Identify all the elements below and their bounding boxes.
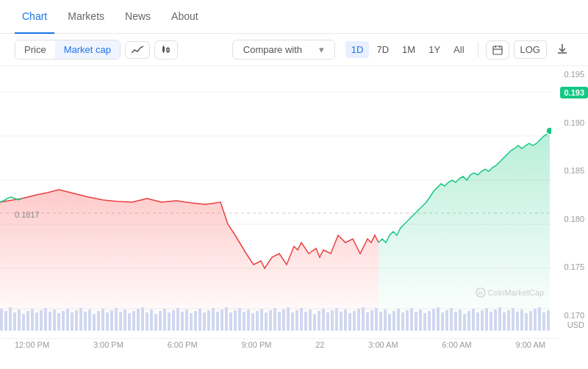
download-button[interactable] — [551, 40, 573, 59]
line-chart-icon-button[interactable] — [125, 41, 150, 59]
compare-with-dropdown[interactable]: Compare with ▾ — [232, 40, 335, 60]
y-label-195: 0.195 — [553, 70, 588, 79]
svg-rect-117 — [419, 309, 422, 331]
time-1m-button[interactable]: 1M — [396, 41, 421, 58]
svg-rect-80 — [256, 311, 259, 331]
candle-chart-icon-button[interactable] — [154, 40, 178, 60]
log-button[interactable]: LOG — [514, 40, 547, 59]
svg-rect-124 — [450, 308, 453, 331]
watermark: M CoinMarketCap — [476, 287, 544, 298]
x-label-9pm: 9:00 PM — [241, 340, 271, 349]
svg-rect-123 — [445, 310, 448, 331]
svg-rect-59 — [163, 309, 166, 331]
svg-rect-135 — [498, 307, 501, 331]
svg-rect-99 — [340, 312, 343, 331]
svg-rect-78 — [247, 309, 250, 331]
svg-rect-109 — [384, 309, 387, 331]
svg-rect-46 — [106, 312, 109, 331]
svg-rect-71 — [216, 312, 219, 331]
svg-rect-67 — [198, 309, 201, 331]
svg-rect-35 — [57, 313, 60, 331]
svg-rect-6 — [493, 46, 502, 54]
currency-label: USD — [567, 320, 584, 329]
svg-rect-31 — [40, 310, 43, 331]
svg-rect-96 — [326, 312, 329, 331]
compare-label: Compare with — [243, 44, 302, 55]
svg-rect-111 — [392, 311, 395, 331]
svg-rect-146 — [547, 310, 550, 331]
svg-rect-113 — [401, 312, 404, 331]
time-all-button[interactable]: All — [448, 41, 470, 58]
svg-rect-138 — [512, 308, 514, 331]
svg-rect-102 — [353, 311, 356, 331]
svg-rect-112 — [397, 309, 400, 331]
svg-rect-70 — [212, 308, 215, 331]
svg-rect-75 — [234, 310, 237, 331]
svg-rect-0 — [162, 47, 165, 51]
svg-rect-38 — [71, 312, 74, 331]
svg-rect-64 — [185, 309, 188, 331]
tab-chart[interactable]: Chart — [15, 0, 54, 34]
calendar-icon-button[interactable] — [486, 40, 509, 60]
svg-rect-145 — [542, 312, 545, 331]
svg-rect-91 — [304, 312, 307, 331]
svg-rect-37 — [66, 309, 69, 331]
svg-rect-52 — [132, 311, 135, 331]
svg-text:M: M — [478, 290, 482, 295]
svg-rect-27 — [22, 314, 25, 331]
price-chart-svg — [0, 66, 551, 323]
time-range-group: 1D 7D 1M 1Y All — [345, 41, 470, 58]
svg-rect-57 — [154, 314, 157, 331]
svg-rect-133 — [490, 312, 492, 331]
svg-rect-95 — [322, 309, 325, 331]
svg-rect-114 — [406, 310, 409, 331]
x-label-6am: 6:00 AM — [442, 340, 471, 349]
tab-about[interactable]: About — [164, 0, 206, 34]
svg-rect-54 — [141, 307, 144, 331]
svg-rect-136 — [503, 312, 506, 331]
volume-chart — [0, 305, 551, 334]
svg-rect-36 — [62, 311, 65, 331]
svg-rect-97 — [331, 310, 334, 331]
svg-rect-125 — [454, 312, 457, 331]
svg-rect-73 — [225, 307, 228, 331]
tab-markets[interactable]: Markets — [60, 0, 112, 34]
svg-rect-89 — [295, 310, 298, 331]
svg-rect-100 — [344, 309, 347, 331]
svg-rect-108 — [379, 312, 382, 331]
svg-rect-131 — [481, 310, 484, 331]
svg-rect-44 — [97, 311, 100, 331]
svg-rect-24 — [9, 307, 12, 331]
time-7d-button[interactable]: 7D — [370, 41, 395, 58]
toolbar-divider — [478, 43, 478, 57]
y-label-175: 0.175 — [553, 262, 588, 271]
x-label-3am: 3:00 AM — [368, 340, 398, 349]
svg-rect-60 — [168, 312, 171, 331]
svg-rect-65 — [190, 313, 193, 331]
svg-rect-142 — [529, 311, 532, 331]
svg-rect-139 — [516, 312, 519, 331]
market-cap-button[interactable]: Market cap — [55, 40, 120, 59]
svg-point-19 — [546, 127, 551, 135]
dropdown-arrow-icon: ▾ — [319, 44, 324, 55]
svg-rect-30 — [35, 312, 38, 331]
svg-rect-104 — [362, 307, 365, 331]
svg-rect-55 — [146, 312, 148, 331]
svg-rect-25 — [13, 312, 16, 331]
svg-rect-120 — [432, 309, 435, 331]
svg-rect-122 — [441, 312, 444, 331]
svg-rect-137 — [507, 310, 510, 331]
svg-rect-143 — [534, 309, 537, 331]
svg-rect-42 — [88, 309, 91, 331]
watermark-text: CoinMarketCap — [488, 288, 544, 297]
svg-rect-43 — [93, 314, 96, 331]
open-price-annotation: 0.1817 — [15, 210, 40, 219]
x-label-3pm: 3:00 PM — [93, 340, 123, 349]
time-1d-button[interactable]: 1D — [345, 41, 370, 58]
price-button[interactable]: Price — [15, 40, 55, 59]
time-1y-button[interactable]: 1Y — [423, 41, 446, 58]
svg-rect-58 — [159, 311, 162, 331]
tab-news[interactable]: News — [118, 0, 158, 34]
svg-rect-61 — [172, 310, 175, 331]
svg-rect-72 — [220, 309, 223, 331]
